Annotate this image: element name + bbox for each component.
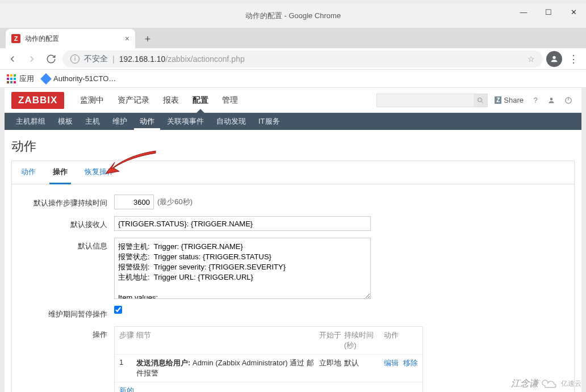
ops-edit-link[interactable]: 编辑: [384, 359, 399, 367]
tab-action[interactable]: 动作: [18, 161, 39, 184]
main-menu-admin[interactable]: 管理: [216, 88, 244, 112]
window-close-button[interactable]: ✕: [561, 4, 586, 20]
main-menu-reports[interactable]: 报表: [157, 88, 185, 112]
back-button[interactable]: [5, 51, 20, 67]
main-menu-monitoring[interactable]: 监测中: [74, 88, 110, 112]
sub-menu-actions[interactable]: 动作: [134, 113, 160, 130]
tab-title: 动作的配置: [25, 34, 120, 44]
pause-checkbox[interactable]: [114, 306, 122, 314]
search-button[interactable]: [474, 94, 487, 107]
sub-menu-correlation[interactable]: 关联项事件: [161, 113, 210, 130]
main-menu-inventory[interactable]: 资产记录: [112, 88, 155, 112]
zabbix-header: ZABBIX 监测中 资产记录 报表 配置 管理 Z Share: [5, 88, 581, 113]
tab-close-icon[interactable]: ×: [125, 34, 129, 43]
ops-remove-link[interactable]: 移除: [403, 359, 418, 367]
tab-operations[interactable]: 操作: [49, 161, 71, 184]
new-tab-button[interactable]: +: [140, 31, 156, 47]
reload-button[interactable]: [43, 51, 59, 67]
sub-menu-templates[interactable]: 模板: [52, 113, 78, 130]
bookmarks-bar: 应用 Authority-51CTO…: [0, 70, 586, 88]
bookmark-item[interactable]: Authority-51CTO…: [42, 74, 116, 83]
window-title: 动作的配置 - Google Chrome: [245, 11, 341, 21]
forward-button[interactable]: [24, 51, 40, 67]
main-menu: 监测中 资产记录 报表 配置 管理: [74, 88, 244, 112]
user-icon[interactable]: [547, 96, 558, 104]
minimize-button[interactable]: —: [511, 4, 536, 20]
ops-row-detail: 发送消息给用户: Admin (Zabbix Administrator) 通过…: [136, 358, 319, 378]
profile-button[interactable]: [546, 51, 562, 67]
logout-icon[interactable]: [564, 96, 575, 104]
recipient-label: 默认接收人: [22, 216, 114, 230]
address-bar-row: i 不安全 | 192.168.1.10/zabbix/actionconf.p…: [0, 48, 586, 70]
maximize-button[interactable]: ☐: [536, 4, 561, 20]
watermark: 江念谦 亿速云: [511, 378, 581, 390]
ops-row-actions: 编辑 移除: [384, 358, 418, 378]
sub-menu-hosts[interactable]: 主机: [79, 113, 106, 130]
ops-row-start: 立即地: [319, 358, 344, 378]
ops-head-act: 动作: [384, 330, 418, 351]
ops-row-dur: 默认: [344, 358, 384, 378]
recipient-input[interactable]: [114, 216, 371, 231]
ops-head-step: 步骤: [119, 330, 136, 351]
svg-point-0: [552, 56, 555, 58]
sub-menu-hostgroups[interactable]: 主机群组: [10, 113, 51, 130]
share-button[interactable]: Z Share: [495, 96, 524, 104]
svg-point-2: [550, 98, 553, 100]
ops-head-dur: 持续时间(秒): [344, 330, 384, 351]
watermark-logo-icon: [542, 379, 558, 389]
bookmark-favicon-icon: [40, 73, 52, 85]
ops-row-step: 1: [119, 358, 136, 378]
apps-shortcut[interactable]: 应用: [7, 74, 34, 84]
duration-label: 默认操作步骤持续时间: [22, 195, 114, 208]
ops-new-link[interactable]: 新的: [119, 386, 134, 392]
site-info-icon[interactable]: i: [70, 54, 79, 64]
sub-menu-maintenance[interactable]: 维护: [107, 113, 133, 130]
sub-menu-discovery[interactable]: 自动发现: [211, 113, 252, 130]
ops-row: 1 发送消息给用户: Admin (Zabbix Administrator) …: [115, 354, 422, 382]
ops-table: 步骤 细节 开始于 持续时间(秒) 动作 1 发送消息给用户: Admin (Z…: [114, 326, 423, 392]
chrome-menu-button[interactable]: ⋮: [566, 51, 581, 67]
browser-tabs: Z 动作的配置 × +: [0, 28, 586, 48]
page-content: ZABBIX 监测中 资产记录 报表 配置 管理 Z Share: [5, 88, 581, 392]
search-box: [376, 94, 488, 107]
ops-head-detail: 细节: [136, 330, 319, 351]
page-title: 动作: [5, 130, 581, 161]
tab-recovery[interactable]: 恢复操作: [81, 161, 118, 184]
operations-form: 默认操作步骤持续时间 (最少60秒) 默认接收人 默认信息 报警主机:: [12, 184, 574, 392]
browser-tab[interactable]: Z 动作的配置 ×: [6, 29, 135, 48]
tab-favicon-icon: Z: [11, 34, 20, 43]
search-input[interactable]: [377, 96, 474, 104]
url-text: 192.168.1.10/zabbix/actionconf.php: [119, 54, 245, 64]
sub-menu-itservices[interactable]: IT服务: [253, 113, 286, 130]
duration-hint: (最少60秒): [157, 197, 192, 207]
message-label: 默认信息: [22, 238, 114, 251]
zabbix-logo[interactable]: ZABBIX: [11, 92, 64, 109]
window-title-bar: 动作的配置 - Google Chrome — ☐ ✕: [0, 4, 586, 28]
message-textarea[interactable]: 报警主机: Trigger: {TRIGGER.NAME} 报警状态: Trig…: [114, 238, 371, 299]
apps-grid-icon: [7, 74, 16, 83]
svg-point-1: [478, 98, 482, 102]
main-menu-config[interactable]: 配置: [187, 88, 214, 112]
ops-label: 操作: [22, 326, 114, 340]
help-icon[interactable]: ?: [530, 96, 541, 104]
form-tabs: 动作 操作 恢复操作: [12, 161, 574, 184]
pause-label: 维护期间暂停操作: [22, 306, 114, 319]
ops-head-start: 开始于: [319, 330, 344, 351]
address-bar[interactable]: i 不安全 | 192.168.1.10/zabbix/actionconf.p…: [62, 50, 543, 68]
duration-input[interactable]: [114, 195, 154, 209]
bookmark-star-icon[interactable]: ☆: [528, 54, 535, 64]
content-panel: 动作 操作 恢复操作 默认操作步骤持续时间 (最少60秒) 默认接: [11, 161, 575, 392]
sub-menu: 主机群组 模板 主机 维护 动作 关联项事件 自动发现 IT服务: [5, 113, 581, 130]
insecure-label: 不安全: [84, 54, 108, 64]
